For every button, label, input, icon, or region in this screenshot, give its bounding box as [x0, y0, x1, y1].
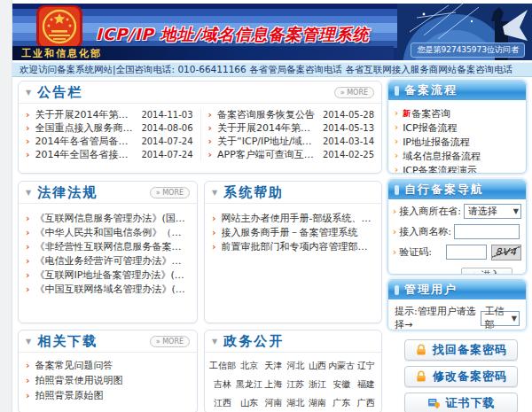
announcement-item: › 2014年各省管局备案咨... 2014-07-24 — [19, 135, 200, 148]
region-link[interactable]: 北京 — [236, 360, 262, 372]
download-link[interactable]: 拍照背景原始图 — [35, 389, 190, 402]
process-item: › 新 备案咨询 — [388, 106, 526, 120]
process-item: ›ICP备案流程演示 — [388, 163, 526, 174]
process-link[interactable]: ICP备案流程演示 — [403, 164, 477, 175]
announcement-link[interactable]: 关于开展2014年第一次全国... — [217, 121, 318, 135]
arrow-bullet-icon: › — [26, 391, 30, 400]
law-item: ›《非经营性互联网信息服务备案管理办法》(... — [19, 239, 197, 253]
arrow-bullet-icon: › — [26, 150, 30, 159]
region-link[interactable]: 湖北 — [285, 397, 307, 409]
announcement-date: 2014-08-06 — [141, 123, 192, 133]
arrow-bullet-icon: › — [395, 123, 398, 132]
region-link[interactable]: 天津 — [262, 360, 285, 372]
announcement-link[interactable]: APP客户端可查询互联网站备... — [217, 148, 318, 161]
region-link[interactable]: 黑龙江 — [236, 378, 262, 391]
announcement-link[interactable]: 关于开展2014年第二次... — [35, 108, 137, 121]
announcement-link[interactable]: 2014年各省管局备案咨... — [35, 135, 137, 148]
chevron-down-icon: ▼ — [513, 207, 519, 215]
region-link[interactable]: 安徽 — [328, 378, 355, 391]
process-link[interactable]: ICP报备流程 — [403, 121, 458, 135]
announcement-item: › 备案咨询服务恢复公告 2014-05-28 — [201, 108, 382, 121]
announcement-date: 2014-11-03 — [141, 110, 192, 120]
arrow-bullet-icon: › — [26, 242, 30, 252]
law-link[interactable]: 《非经营性互联网信息服务备案管理办法》(... — [35, 240, 190, 253]
process-link[interactable]: IP地址报备流程 — [403, 136, 470, 149]
region-link[interactable]: 河北 — [285, 360, 307, 372]
manage-user-select[interactable]: 工信部 ▼ — [481, 311, 520, 326]
arrow-bullet-icon: › — [26, 228, 30, 237]
captcha-image[interactable]: 8V4 — [491, 245, 521, 260]
announcements-list: › 关于开展2014年第二次... 2014-11-03 › 全国重点接入服务商… — [19, 104, 381, 161]
announcement-link[interactable]: 关于“ICP/IP地址/域名... — [217, 135, 318, 148]
process-item: ›IP地址报备流程 — [388, 135, 526, 149]
announcement-item: › 2014年全国各省接入商... 2014-07-24 — [19, 148, 200, 161]
retrieve-password-button[interactable]: 找回备案密码 — [404, 339, 518, 361]
announcement-link[interactable]: 全国重点接入服务商网站备... — [35, 121, 137, 135]
province-row: › 接入商所在省: 请选择 ▼ — [393, 203, 521, 220]
manage-users-title: 管理用户 — [404, 282, 458, 298]
law-item: ›《电信业务经营许可管理办法》（工业和信息... — [19, 253, 197, 268]
region-link[interactable]: 工信部 — [209, 360, 236, 372]
province-label: 接入商所在省: — [399, 205, 461, 218]
isp-label: 接入商名称: — [399, 225, 451, 238]
download-item: ›拍照背景原始图 — [19, 388, 197, 403]
region-link[interactable]: 吉林 — [209, 378, 236, 391]
region-link[interactable]: 辽宁 — [355, 360, 377, 372]
region-link[interactable]: 山东 — [236, 397, 262, 409]
help-link[interactable]: 网站主办者使用手册-部级系统、各省局系统 — [222, 212, 374, 225]
province-select[interactable]: 请选择 ▼ — [464, 204, 521, 219]
arrow-bullet-icon: › — [26, 361, 30, 370]
region-link[interactable]: 内蒙古 — [328, 360, 355, 372]
law-link[interactable]: 《中华人民共和国电信条例》（中华人民共... — [35, 226, 190, 239]
region-link[interactable]: 江苏 — [285, 378, 307, 391]
help-link[interactable]: 接入服务商手册－备案管理系统 — [222, 226, 374, 239]
arrow-bullet-icon: › — [208, 123, 213, 133]
arrow-bullet-icon: › — [212, 242, 216, 252]
system-help-list: ›网站主办者使用手册-部级系统、各省局系统 ›接入服务商手册－备案管理系统 ›前… — [205, 204, 381, 253]
region-link[interactable]: 湖南 — [307, 397, 329, 409]
announcements-title: 公告栏 — [37, 84, 334, 101]
announcement-date: 2014-05-28 — [323, 110, 374, 120]
announcement-date: 2014-07-24 — [141, 150, 192, 159]
new-badge: 新 — [403, 108, 411, 120]
system-help-header: ▼ 系统帮助 — [205, 182, 381, 204]
downloads-more-button[interactable]: » MORE — [150, 336, 190, 347]
retrieve-password-label: 找回备案密码 — [433, 342, 507, 358]
laws-panel: ▼ 法律法规 » MORE ›《互联网信息服务管理办法》(国务院292... ›… — [18, 181, 198, 323]
law-link[interactable]: 《电信业务经营许可管理办法》（工业和信息... — [35, 254, 190, 268]
arrow-bullet-icon: › — [212, 228, 216, 237]
region-link[interactable]: 上海 — [262, 378, 285, 391]
process-link[interactable]: 域名信息报备流程 — [403, 150, 481, 163]
downloads-title: 相关下载 — [37, 333, 150, 350]
modify-password-button[interactable]: 修改备案密码 — [404, 366, 518, 387]
header-tick-icon — [395, 86, 399, 96]
process-link[interactable]: 备案咨询 — [411, 107, 450, 120]
region-link[interactable]: 福建 — [355, 378, 377, 391]
isp-name-input[interactable] — [454, 224, 520, 239]
law-link[interactable]: 《中国互联网络域名管理办法》(信息产业部... — [35, 283, 190, 296]
announcement-link[interactable]: 2014年全国各省接入商... — [35, 148, 137, 161]
region-link[interactable]: 广东 — [328, 397, 355, 409]
enter-button[interactable]: › 进入 — [461, 268, 512, 276]
law-link[interactable]: 《互联网IP地址备案管理办法》(信息产业... — [35, 268, 190, 282]
announcement-link[interactable]: 备案咨询服务恢复公告 — [217, 108, 318, 121]
certificate-download-button[interactable]: 证书下载 — [404, 393, 518, 412]
region-link[interactable]: 浙江 — [307, 378, 329, 391]
download-link[interactable]: 拍照背景使用说明图 — [35, 374, 190, 387]
ministry-name: 工业和信息化部 — [21, 47, 102, 60]
triangle-icon: ▼ — [212, 338, 217, 346]
announcements-more-button[interactable]: » MORE — [334, 87, 374, 98]
download-link[interactable]: 备案常见问题问答 — [35, 359, 190, 372]
region-link[interactable]: 河南 — [262, 397, 285, 409]
header-tick-icon — [395, 285, 399, 295]
region-link[interactable]: 江西 — [209, 397, 236, 409]
region-link[interactable]: 山西 — [307, 360, 329, 372]
help-link[interactable]: 前置审批部门和专项内容管理部门登录指南 — [222, 240, 374, 253]
laws-more-button[interactable]: » MORE — [150, 187, 190, 198]
chevron-down-icon: ▼ — [512, 315, 517, 323]
captcha-input[interactable] — [446, 245, 487, 260]
announcement-date: 2014-03-14 — [323, 136, 374, 146]
region-link[interactable]: 广西 — [355, 397, 377, 409]
gov-affairs-title: 政务公开 — [223, 333, 374, 350]
law-link[interactable]: 《互联网信息服务管理办法》(国务院292... — [35, 212, 190, 225]
